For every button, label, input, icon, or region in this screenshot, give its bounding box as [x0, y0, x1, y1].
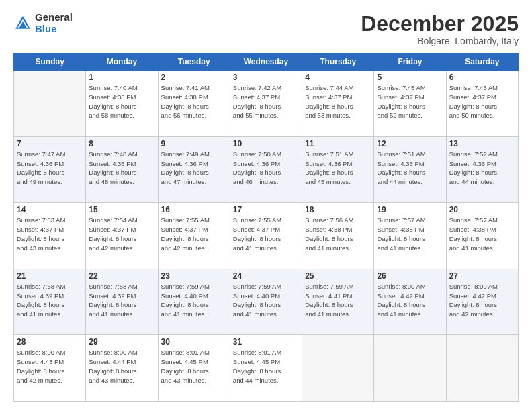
day-number: 18	[305, 205, 371, 214]
col-sunday: Sunday	[14, 54, 86, 71]
day-number: 30	[161, 337, 227, 347]
day-number: 23	[161, 271, 227, 281]
calendar-header-row: Sunday Monday Tuesday Wednesday Thursday…	[14, 54, 519, 71]
table-row: 27Sunrise: 8:00 AMSunset: 4:42 PMDayligh…	[446, 269, 518, 335]
day-info: Sunrise: 7:53 AMSunset: 4:37 PMDaylight:…	[17, 216, 83, 253]
calendar-table: Sunday Monday Tuesday Wednesday Thursday…	[13, 53, 519, 402]
day-number: 15	[89, 205, 154, 214]
day-info: Sunrise: 7:51 AMSunset: 4:36 PMDaylight:…	[377, 150, 443, 187]
table-row: 7Sunrise: 7:47 AMSunset: 4:36 PMDaylight…	[14, 136, 86, 203]
table-row: 13Sunrise: 7:52 AMSunset: 4:36 PMDayligh…	[446, 136, 518, 203]
day-number: 29	[89, 337, 154, 347]
day-info: Sunrise: 7:57 AMSunset: 4:38 PMDaylight:…	[377, 216, 443, 253]
day-info: Sunrise: 7:55 AMSunset: 4:37 PMDaylight:…	[233, 216, 299, 253]
table-row: 29Sunrise: 8:00 AMSunset: 4:44 PMDayligh…	[86, 335, 158, 402]
day-info: Sunrise: 7:55 AMSunset: 4:37 PMDaylight:…	[161, 216, 227, 253]
table-row: 24Sunrise: 7:59 AMSunset: 4:40 PMDayligh…	[230, 269, 302, 335]
day-number: 22	[89, 271, 154, 281]
table-row: 30Sunrise: 8:01 AMSunset: 4:45 PMDayligh…	[158, 335, 230, 402]
day-number: 5	[377, 73, 443, 82]
day-number: 20	[449, 205, 515, 214]
day-info: Sunrise: 7:44 AMSunset: 4:37 PMDaylight:…	[305, 83, 371, 120]
day-info: Sunrise: 8:00 AMSunset: 4:44 PMDaylight:…	[89, 348, 154, 385]
month-title: December 2025	[361, 12, 519, 36]
day-number: 2	[161, 73, 227, 82]
table-row: 9Sunrise: 7:49 AMSunset: 4:36 PMDaylight…	[158, 136, 230, 203]
day-number: 25	[305, 271, 371, 281]
table-row: 17Sunrise: 7:55 AMSunset: 4:37 PMDayligh…	[230, 203, 302, 269]
day-number: 8	[89, 139, 154, 148]
col-friday: Friday	[374, 54, 446, 71]
table-row: 12Sunrise: 7:51 AMSunset: 4:36 PMDayligh…	[374, 136, 446, 203]
table-row: 28Sunrise: 8:00 AMSunset: 4:43 PMDayligh…	[14, 335, 86, 402]
col-thursday: Thursday	[302, 54, 374, 71]
table-row: 16Sunrise: 7:55 AMSunset: 4:37 PMDayligh…	[158, 203, 230, 269]
day-number: 16	[161, 205, 227, 214]
location: Bolgare, Lombardy, Italy	[361, 36, 519, 46]
table-row: 1Sunrise: 7:40 AMSunset: 4:38 PMDaylight…	[86, 71, 158, 137]
table-row: 2Sunrise: 7:41 AMSunset: 4:38 PMDaylight…	[158, 71, 230, 137]
day-number: 19	[377, 205, 443, 214]
table-row	[374, 335, 446, 402]
table-row	[302, 335, 374, 402]
day-number: 7	[17, 139, 83, 148]
col-tuesday: Tuesday	[158, 54, 230, 71]
table-row: 8Sunrise: 7:48 AMSunset: 4:36 PMDaylight…	[86, 136, 158, 203]
table-row: 4Sunrise: 7:44 AMSunset: 4:37 PMDaylight…	[302, 71, 374, 137]
table-row	[446, 335, 518, 402]
table-row: 22Sunrise: 7:58 AMSunset: 4:39 PMDayligh…	[86, 269, 158, 335]
day-info: Sunrise: 8:01 AMSunset: 4:45 PMDaylight:…	[161, 348, 227, 385]
calendar-week-row: 21Sunrise: 7:58 AMSunset: 4:39 PMDayligh…	[14, 269, 519, 335]
day-number: 10	[233, 139, 299, 148]
day-number: 27	[449, 271, 515, 281]
col-monday: Monday	[86, 54, 158, 71]
table-row: 5Sunrise: 7:45 AMSunset: 4:37 PMDaylight…	[374, 71, 446, 137]
day-info: Sunrise: 7:45 AMSunset: 4:37 PMDaylight:…	[377, 83, 443, 120]
day-info: Sunrise: 7:46 AMSunset: 4:37 PMDaylight:…	[449, 83, 515, 120]
day-info: Sunrise: 8:00 AMSunset: 4:42 PMDaylight:…	[449, 282, 515, 319]
day-info: Sunrise: 7:59 AMSunset: 4:40 PMDaylight:…	[233, 282, 299, 319]
table-row: 18Sunrise: 7:56 AMSunset: 4:38 PMDayligh…	[302, 203, 374, 269]
day-info: Sunrise: 8:01 AMSunset: 4:45 PMDaylight:…	[233, 348, 299, 385]
day-info: Sunrise: 7:59 AMSunset: 4:41 PMDaylight:…	[305, 282, 371, 319]
logo: General Blue	[13, 12, 73, 34]
day-info: Sunrise: 7:58 AMSunset: 4:39 PMDaylight:…	[89, 282, 154, 319]
logo-general-text: General	[35, 12, 73, 24]
table-row: 11Sunrise: 7:51 AMSunset: 4:36 PMDayligh…	[302, 136, 374, 203]
table-row: 14Sunrise: 7:53 AMSunset: 4:37 PMDayligh…	[14, 203, 86, 269]
day-info: Sunrise: 7:47 AMSunset: 4:36 PMDaylight:…	[17, 150, 83, 187]
day-info: Sunrise: 7:42 AMSunset: 4:37 PMDaylight:…	[233, 83, 299, 120]
table-row: 20Sunrise: 7:57 AMSunset: 4:38 PMDayligh…	[446, 203, 518, 269]
day-info: Sunrise: 8:00 AMSunset: 4:42 PMDaylight:…	[377, 282, 443, 319]
table-row: 19Sunrise: 7:57 AMSunset: 4:38 PMDayligh…	[374, 203, 446, 269]
day-number: 6	[449, 73, 515, 82]
day-number: 14	[17, 205, 83, 214]
day-info: Sunrise: 7:52 AMSunset: 4:36 PMDaylight:…	[449, 150, 515, 187]
day-number: 12	[377, 139, 443, 148]
day-number: 21	[17, 271, 83, 281]
day-number: 4	[305, 73, 371, 82]
table-row: 15Sunrise: 7:54 AMSunset: 4:37 PMDayligh…	[86, 203, 158, 269]
day-number: 26	[377, 271, 443, 281]
table-row: 3Sunrise: 7:42 AMSunset: 4:37 PMDaylight…	[230, 71, 302, 137]
header: General Blue December 2025 Bolgare, Lomb…	[13, 12, 519, 46]
day-info: Sunrise: 7:40 AMSunset: 4:38 PMDaylight:…	[89, 83, 154, 120]
logo-icon	[13, 14, 32, 33]
page: General Blue December 2025 Bolgare, Lomb…	[0, 0, 532, 411]
table-row	[14, 71, 86, 137]
table-row: 6Sunrise: 7:46 AMSunset: 4:37 PMDaylight…	[446, 71, 518, 137]
day-info: Sunrise: 7:51 AMSunset: 4:36 PMDaylight:…	[305, 150, 371, 187]
table-row: 25Sunrise: 7:59 AMSunset: 4:41 PMDayligh…	[302, 269, 374, 335]
col-saturday: Saturday	[446, 54, 518, 71]
day-info: Sunrise: 7:57 AMSunset: 4:38 PMDaylight:…	[449, 216, 515, 253]
calendar-week-row: 7Sunrise: 7:47 AMSunset: 4:36 PMDaylight…	[14, 136, 519, 203]
calendar-week-row: 1Sunrise: 7:40 AMSunset: 4:38 PMDaylight…	[14, 71, 519, 137]
day-info: Sunrise: 7:49 AMSunset: 4:36 PMDaylight:…	[161, 150, 227, 187]
table-row: 31Sunrise: 8:01 AMSunset: 4:45 PMDayligh…	[230, 335, 302, 402]
day-info: Sunrise: 7:58 AMSunset: 4:39 PMDaylight:…	[17, 282, 83, 319]
day-info: Sunrise: 7:48 AMSunset: 4:36 PMDaylight:…	[89, 150, 154, 187]
day-info: Sunrise: 8:00 AMSunset: 4:43 PMDaylight:…	[17, 348, 83, 385]
col-wednesday: Wednesday	[230, 54, 302, 71]
day-number: 3	[233, 73, 299, 82]
table-row: 21Sunrise: 7:58 AMSunset: 4:39 PMDayligh…	[14, 269, 86, 335]
